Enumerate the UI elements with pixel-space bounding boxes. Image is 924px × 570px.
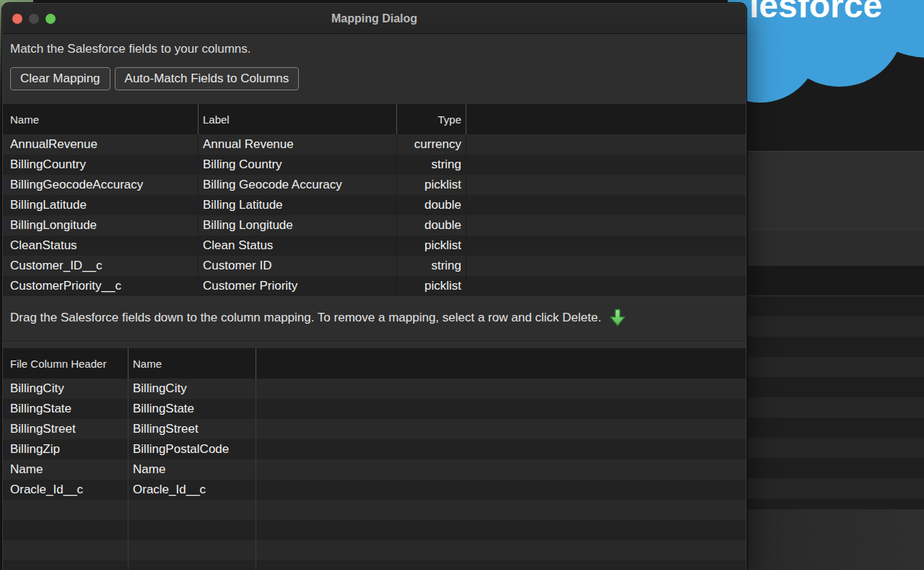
table-cell: BillingCity (3, 379, 128, 399)
clear-mapping-button[interactable]: Clear Mapping (10, 67, 110, 90)
mapping-row[interactable] (3, 540, 746, 561)
table-cell: Name (128, 459, 256, 480)
field-row[interactable]: Customer_ID__cCustomer IDstring (3, 256, 746, 276)
table-cell: double (396, 215, 466, 236)
mapping-row[interactable] (3, 500, 746, 520)
table-cell (3, 540, 128, 561)
mapping-row[interactable]: BillingStateBillingState (3, 399, 746, 419)
column-mapping-table: File Column Header Name BillingCityBilli… (3, 348, 746, 570)
field-row[interactable]: BillingGeocodeAccuracyBilling Geocode Ac… (3, 175, 746, 195)
intro-text: Match the Salesforce fields to your colu… (10, 42, 251, 56)
column-header-spacer (256, 348, 746, 379)
salesforce-fields-table: Name Label Type AnnualRevenueAnnual Reve… (3, 104, 746, 295)
button-row: Clear Mapping Auto-Match Fields to Colum… (10, 67, 299, 90)
table-cell: BillingCity (128, 379, 256, 399)
background-panel-band (748, 151, 924, 230)
table-cell: picklist (396, 276, 466, 295)
field-row[interactable]: BillingLatitudeBilling Latitudedouble (3, 195, 746, 215)
table-cell (3, 561, 128, 570)
drag-down-arrow-icon (608, 308, 627, 328)
field-row[interactable]: BillingCountryBilling Countrystring (3, 155, 746, 175)
table-cell (466, 236, 746, 256)
table-cell (466, 256, 746, 276)
column-header-mapped-name[interactable]: Name (128, 348, 256, 379)
table-cell: double (396, 195, 466, 215)
table-cell (128, 561, 256, 570)
table-cell: Name (3, 459, 128, 480)
mapping-row[interactable]: Oracle_Id__cOracle_Id__c (3, 480, 746, 500)
column-header-label[interactable]: Label (198, 104, 396, 134)
table-cell: picklist (396, 175, 466, 195)
mapping-row[interactable]: BillingZipBillingPostalCode (3, 439, 746, 459)
table-cell: BillingStreet (128, 419, 256, 439)
mapping-dialog-window: Mapping Dialog Match the Salesforce fiel… (2, 3, 746, 570)
table-cell: Oracle_Id__c (3, 480, 128, 500)
table-cell (256, 439, 746, 459)
table-cell: BillingGeocodeAccuracy (3, 175, 198, 195)
table-cell: Oracle_Id__c (128, 480, 256, 500)
background-panel-bottom (748, 509, 924, 570)
column-header-type[interactable]: Type (396, 104, 466, 134)
background-panel-dark-band (748, 266, 924, 295)
table-cell: CleanStatus (3, 236, 198, 256)
table-cell (256, 419, 746, 439)
table-cell: BillingStreet (3, 419, 128, 439)
table-cell: BillingCountry (3, 155, 198, 175)
table-cell (256, 459, 746, 480)
table-cell (256, 520, 746, 540)
table-cell: BillingLatitude (3, 195, 198, 215)
auto-match-button[interactable]: Auto-Match Fields to Columns (115, 67, 300, 90)
table-cell (256, 500, 746, 520)
drag-hint-bar: Drag the Salesforce fields down to the c… (3, 295, 746, 341)
mapping-row[interactable] (3, 561, 746, 570)
column-header-file-column[interactable]: File Column Header (3, 348, 128, 379)
table-cell: string (396, 155, 466, 175)
field-row[interactable]: BillingLongitudeBilling Longitudedouble (3, 215, 746, 236)
table-cell: BillingLongitude (3, 215, 198, 236)
table-cell (466, 175, 746, 195)
mapping-row[interactable]: BillingCityBillingCity (3, 379, 746, 399)
table-cell: currency (396, 134, 466, 155)
table-cell (3, 500, 128, 520)
field-row[interactable]: AnnualRevenueAnnual Revenuecurrency (3, 134, 746, 155)
table-cell: BillingState (128, 399, 256, 419)
table-cell: picklist (396, 236, 466, 256)
mapping-row[interactable]: BillingStreetBillingStreet (3, 419, 746, 439)
dialog-titlebar[interactable]: Mapping Dialog (3, 4, 746, 34)
table-cell (466, 215, 746, 236)
table-cell: CustomerPriority__c (3, 276, 198, 295)
table-cell: Billing Country (198, 155, 396, 175)
table-cell: BillingPostalCode (128, 439, 256, 459)
table-cell (128, 500, 256, 520)
mapping-row[interactable] (3, 520, 746, 540)
table-cell (466, 155, 746, 175)
mapping-row[interactable]: NameName (3, 459, 746, 480)
table-cell: Customer_ID__c (3, 256, 198, 276)
table-cell (466, 134, 746, 155)
table-cell: Customer Priority (198, 276, 396, 295)
field-row[interactable]: CustomerPriority__cCustomer Prioritypick… (3, 276, 746, 295)
table-cell (466, 195, 746, 215)
table-cell (256, 540, 746, 561)
drag-hint-text: Drag the Salesforce fields down to the c… (10, 311, 601, 325)
zoom-button[interactable] (45, 14, 56, 24)
table-cell: BillingZip (3, 439, 128, 459)
minimize-button[interactable] (29, 14, 39, 24)
table-cell: Customer ID (198, 256, 396, 276)
close-button[interactable] (12, 14, 22, 24)
table-cell: string (396, 256, 466, 276)
table-cell: Billing Longitude (198, 215, 396, 236)
mapping-table-header: File Column Header Name (3, 348, 746, 379)
table-cell (3, 520, 128, 540)
fields-table-body: AnnualRevenueAnnual RevenuecurrencyBilli… (3, 134, 746, 295)
salesforce-brand-text: lesforce (749, 0, 924, 23)
table-cell (128, 520, 256, 540)
field-row[interactable]: CleanStatusClean Statuspicklist (3, 236, 746, 256)
table-cell (466, 276, 746, 295)
dialog-title: Mapping Dialog (3, 4, 746, 33)
traffic-lights (12, 14, 56, 24)
table-cell (256, 561, 746, 570)
column-header-name[interactable]: Name (3, 104, 198, 134)
table-cell (128, 540, 256, 561)
table-cell (256, 399, 746, 419)
